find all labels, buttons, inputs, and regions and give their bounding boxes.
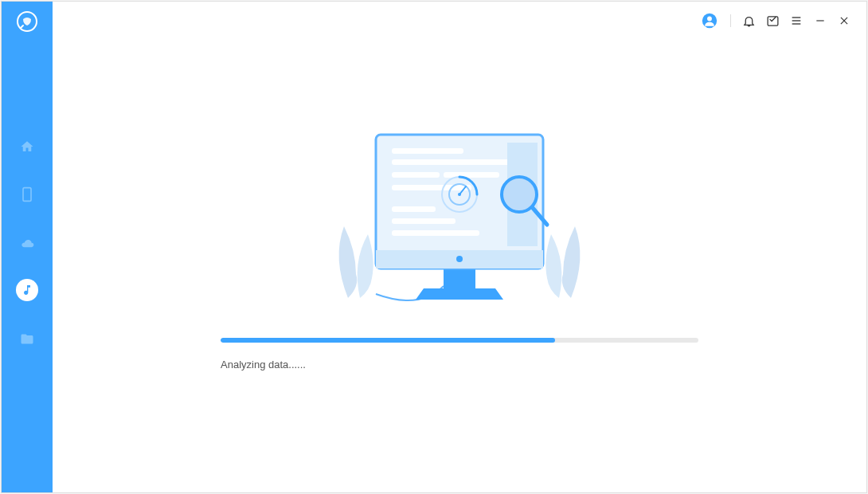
svg-rect-1 xyxy=(23,188,31,202)
content: Analyzing data...... xyxy=(53,40,866,492)
svg-point-14 xyxy=(456,256,463,262)
sidebar-item-phone[interactable] xyxy=(16,183,38,206)
svg-point-3 xyxy=(707,17,712,22)
feedback-icon[interactable] xyxy=(764,13,780,29)
sidebar-item-music[interactable] xyxy=(16,279,38,301)
svg-rect-20 xyxy=(392,206,436,212)
app-logo-icon xyxy=(17,11,37,32)
titlebar-divider xyxy=(730,14,731,27)
sidebar-item-cloud[interactable] xyxy=(16,231,38,253)
close-icon[interactable] xyxy=(836,13,852,29)
sidebar-item-home[interactable] xyxy=(16,135,38,158)
progress-container: Analyzing data...... xyxy=(221,338,698,370)
account-icon[interactable] xyxy=(702,13,717,29)
svg-rect-16 xyxy=(392,159,511,165)
main-area: Analyzing data...... xyxy=(53,2,866,492)
svg-rect-19 xyxy=(392,185,471,190)
progress-status-label: Analyzing data...... xyxy=(221,359,698,370)
svg-rect-18 xyxy=(444,172,499,178)
svg-point-28 xyxy=(458,193,461,196)
app-window: Analyzing data...... xyxy=(1,1,867,493)
bell-icon[interactable] xyxy=(741,13,757,29)
svg-rect-17 xyxy=(392,172,440,178)
progress-fill xyxy=(221,338,555,343)
menu-icon[interactable] xyxy=(788,13,804,29)
titlebar xyxy=(53,2,866,40)
svg-rect-21 xyxy=(392,218,456,224)
sidebar-item-folder[interactable] xyxy=(16,327,38,349)
svg-rect-4 xyxy=(768,16,778,25)
sidebar xyxy=(2,2,53,492)
svg-rect-15 xyxy=(392,148,463,154)
progress-bar xyxy=(221,338,698,343)
analyzing-illustration xyxy=(300,115,619,314)
minimize-icon[interactable] xyxy=(812,13,828,29)
svg-rect-22 xyxy=(392,230,479,236)
